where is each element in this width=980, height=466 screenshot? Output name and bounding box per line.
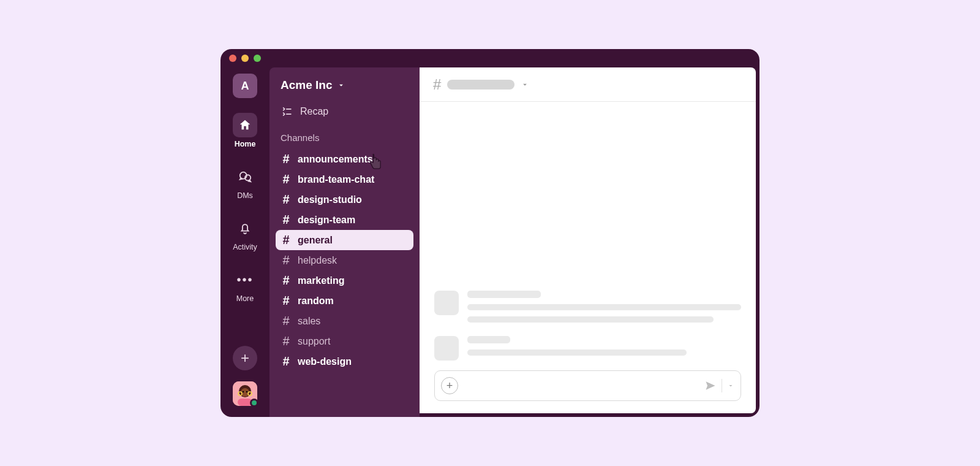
- channel-name: support: [298, 336, 330, 347]
- chevron-down-icon[interactable]: [727, 382, 734, 389]
- message-item: [434, 291, 741, 323]
- dms-icon: [233, 164, 257, 189]
- channel-item-web-design[interactable]: #web-design: [276, 351, 413, 372]
- rail-home-label: Home: [235, 140, 256, 148]
- rail-more[interactable]: ••• More: [233, 267, 257, 303]
- channel-item-support[interactable]: #support: [276, 331, 413, 351]
- hash-icon: #: [282, 152, 290, 166]
- hash-icon: #: [282, 193, 290, 207]
- channel-item-sales[interactable]: #sales: [276, 311, 413, 331]
- message-line: [467, 304, 741, 310]
- channels-heading[interactable]: Channels: [276, 132, 413, 143]
- channel-item-announcements[interactable]: #announcements: [276, 149, 413, 169]
- hash-icon: #: [282, 294, 290, 308]
- channel-name: brand-team-chat: [298, 174, 374, 185]
- send-icon[interactable]: [704, 380, 717, 392]
- channel-name: general: [298, 235, 333, 246]
- svg-point-6: [246, 391, 247, 392]
- presence-indicator: [250, 399, 258, 407]
- add-button[interactable]: +: [233, 346, 257, 370]
- divider: [722, 379, 722, 392]
- channel-item-helpdesk[interactable]: #helpdesk: [276, 250, 413, 270]
- hash-icon: #: [282, 213, 290, 227]
- message-line: [467, 316, 714, 323]
- channel-name: design-team: [298, 215, 355, 226]
- bell-icon: [233, 216, 257, 240]
- workspace-tile[interactable]: A: [233, 74, 257, 98]
- more-icon: •••: [233, 267, 257, 292]
- nav-rail: A Home DMs: [221, 67, 270, 417]
- window-close-button[interactable]: [229, 55, 236, 62]
- recap-icon: [281, 105, 293, 118]
- hash-icon: #: [433, 76, 441, 93]
- rail-activity[interactable]: Activity: [233, 216, 257, 251]
- channel-list: #announcements#brand-team-chat#design-st…: [276, 149, 413, 372]
- channel-sidebar: Acme Inc Recap Channels #announcements#b…: [270, 67, 420, 417]
- hash-icon: #: [282, 314, 290, 328]
- message-author-placeholder: [467, 291, 541, 298]
- window-minimize-button[interactable]: [241, 55, 249, 62]
- rail-dms-label: DMs: [237, 191, 253, 200]
- channel-header[interactable]: #: [420, 67, 756, 102]
- message-line: [467, 350, 687, 356]
- message-author-placeholder: [467, 336, 510, 343]
- channel-item-brand-team-chat[interactable]: #brand-team-chat: [276, 169, 413, 189]
- recap-label: Recap: [300, 106, 328, 117]
- channel-item-design-studio[interactable]: #design-studio: [276, 189, 413, 210]
- chevron-down-icon: [337, 81, 345, 90]
- main-pane: #: [420, 67, 756, 413]
- chevron-down-icon: [521, 80, 529, 89]
- home-icon: [233, 113, 257, 137]
- channel-item-general[interactable]: #general: [276, 230, 413, 250]
- composer-add-button[interactable]: +: [441, 377, 458, 394]
- svg-point-5: [243, 391, 244, 392]
- hash-icon: #: [282, 273, 290, 288]
- workspace-switcher[interactable]: Acme Inc: [276, 78, 413, 92]
- hash-icon: #: [282, 233, 290, 247]
- channel-name-placeholder: [447, 80, 514, 90]
- rail-home[interactable]: Home: [233, 113, 257, 148]
- channel-name: design-studio: [298, 194, 362, 205]
- rail-dms[interactable]: DMs: [233, 164, 257, 200]
- window-zoom-button[interactable]: [254, 55, 261, 62]
- channel-name: announcements: [298, 154, 373, 165]
- channel-name: sales: [298, 316, 320, 327]
- channel-name: random: [298, 296, 334, 307]
- channel-name: helpdesk: [298, 255, 337, 266]
- message-avatar: [434, 336, 459, 361]
- hash-icon: #: [282, 354, 290, 369]
- rail-activity-label: Activity: [233, 243, 257, 251]
- app-window: A Home DMs: [221, 49, 760, 417]
- recap-item[interactable]: Recap: [276, 102, 413, 121]
- channel-name: marketing: [298, 275, 344, 286]
- channel-item-design-team[interactable]: #design-team: [276, 210, 413, 230]
- user-avatar[interactable]: [233, 381, 257, 406]
- message-list: [420, 102, 756, 370]
- hash-icon: #: [282, 172, 290, 186]
- window-titlebar: [221, 49, 760, 67]
- hash-icon: #: [282, 334, 290, 348]
- message-item: [434, 336, 741, 361]
- channel-item-marketing[interactable]: #marketing: [276, 270, 413, 291]
- hash-icon: #: [282, 253, 290, 267]
- channel-name: web-design: [298, 356, 352, 367]
- message-composer[interactable]: +: [434, 370, 741, 401]
- channel-item-random[interactable]: #random: [276, 291, 413, 311]
- rail-more-label: More: [236, 294, 254, 303]
- workspace-name: Acme Inc: [281, 78, 332, 92]
- message-avatar: [434, 291, 459, 315]
